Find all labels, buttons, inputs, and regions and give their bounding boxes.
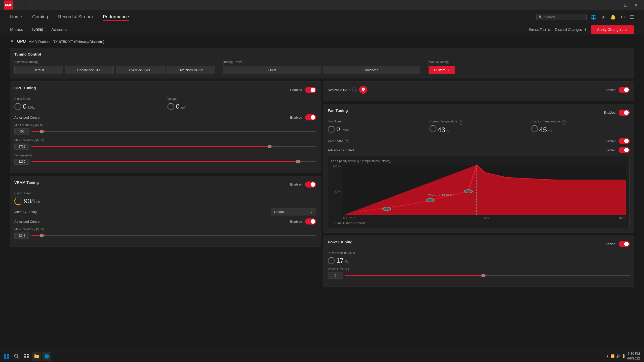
- fan-speed-unit: RPM: [341, 128, 349, 132]
- preset-underclock-gpu[interactable]: Underclock GPU: [65, 66, 114, 74]
- gpu-tuning-toggle[interactable]: [305, 87, 316, 93]
- checkmark-icon: ✓: [625, 27, 628, 32]
- edge-button[interactable]: [42, 352, 51, 361]
- system-tray: ▲: [606, 354, 609, 358]
- zero-rpm-row: Zero RPM ? Enabled: [328, 138, 630, 144]
- fine-tuning-row[interactable]: ⌄ Fine Tuning Controls: [331, 221, 626, 225]
- preset-overclock-gpu[interactable]: Overclock GPU: [116, 66, 165, 74]
- gpu-voltage-mv-row: Voltage (mV) 1200: [14, 154, 316, 165]
- gpu-voltage-value: 0: [176, 103, 179, 110]
- back-button[interactable]: ←: [16, 2, 23, 8]
- junction-temp-value: 45: [539, 126, 547, 134]
- gpu-advanced-toggle-knob: [311, 115, 315, 120]
- svg-rect-9: [4, 354, 6, 356]
- minimize-button[interactable]: −: [612, 2, 619, 8]
- nav-record-stream[interactable]: Record & Stream: [58, 13, 93, 21]
- gpu-advanced-toggle[interactable]: [305, 114, 316, 120]
- vram-max-freq-track[interactable]: [31, 235, 316, 236]
- search-input[interactable]: [544, 15, 584, 19]
- vram-advanced-toggle[interactable]: [305, 218, 316, 224]
- automatic-tuning-label: Automatic Tuning: [14, 60, 215, 64]
- forward-button[interactable]: →: [26, 2, 33, 8]
- junction-temp-section: Junction Temperature ? 45 °C: [531, 120, 630, 134]
- gpu-min-freq-thumb[interactable]: [40, 130, 44, 133]
- grid-icon[interactable]: ☷: [630, 14, 634, 20]
- preset-balanced[interactable]: Balanced: [323, 66, 420, 74]
- current-temp-dial: [429, 125, 436, 132]
- search-taskbar-button[interactable]: [12, 352, 21, 361]
- globe-icon[interactable]: 🌐: [591, 14, 596, 20]
- fan-chart-svg-area[interactable]: Zero RPM: [343, 165, 626, 215]
- power-limit-label: Power Limit (%): [328, 267, 630, 271]
- fan-tuning-toggle[interactable]: [619, 110, 630, 116]
- gpu-label: GPU: [17, 39, 26, 44]
- nav-performance[interactable]: Performance: [103, 13, 129, 21]
- power-consumption-unit: W: [345, 260, 348, 263]
- gpu-max-freq-track[interactable]: [31, 146, 316, 147]
- vram-memory-timing-dropdown[interactable]: Default ⌄: [271, 208, 316, 215]
- resizable-bar-info-icon[interactable]: ?: [352, 87, 357, 92]
- search-box[interactable]: 🔍: [536, 14, 587, 20]
- taskbar-time[interactable]: 5:30 PM 6/8/2022: [627, 351, 640, 360]
- nav-home[interactable]: Home: [10, 13, 22, 21]
- preset-quiet[interactable]: Quiet: [224, 66, 321, 74]
- apply-button[interactable]: Apply Changes ✓: [591, 25, 634, 34]
- current-temp-label: Current Temperature: [429, 120, 457, 123]
- gpu-tuning-title: GPU Tuning: [14, 86, 36, 90]
- zero-rpm-toggle[interactable]: [619, 138, 630, 144]
- restore-button[interactable]: ◻: [621, 2, 630, 8]
- gpu-voltage-mv-track[interactable]: [31, 161, 316, 162]
- close-button[interactable]: ✕: [632, 2, 640, 8]
- gpu-voltage-mv-thumb[interactable]: [296, 160, 300, 163]
- gpu-tuning-header-row: GPU Tuning Enabled: [14, 86, 316, 94]
- sub-nav-advisors[interactable]: Advisors: [51, 26, 67, 33]
- gpu-max-freq-value: 2709: [14, 144, 29, 150]
- sub-nav-tuning[interactable]: Tuning: [31, 26, 43, 33]
- power-limit-thumb[interactable]: [481, 274, 485, 277]
- bell-icon[interactable]: 🔔: [610, 14, 616, 20]
- fan-toggle-knob: [624, 110, 629, 115]
- junction-temp-info-icon[interactable]: ?: [561, 120, 566, 125]
- gpu-min-freq-track[interactable]: [31, 131, 316, 132]
- file-explorer-button[interactable]: [32, 352, 41, 361]
- sub-nav-metrics[interactable]: Metrics: [10, 26, 23, 33]
- star-icon[interactable]: ★: [601, 14, 605, 20]
- right-column: Resizable BAR ? Enabled: [324, 81, 634, 290]
- title-bar-left: AMD ← →: [4, 1, 33, 10]
- start-button[interactable]: [2, 352, 11, 361]
- stress-test-button[interactable]: Stress Test ⚙: [529, 28, 551, 32]
- fan-tuning-header-row: Fan Tuning Enabled: [328, 108, 630, 117]
- settings-icon[interactable]: ⚙: [621, 14, 625, 20]
- preset-overclock-vram[interactable]: Overclock VRAM: [167, 66, 215, 74]
- taskbar: ▲ 📶 🔊 🔋 5:30 PM 6/8/2022: [0, 350, 644, 362]
- chart-x-axis: 0 %, 25°C 62°C 100°C: [343, 217, 626, 220]
- power-tuning-toggle[interactable]: [619, 241, 630, 247]
- fan-advanced-toggle[interactable]: [619, 147, 630, 153]
- task-view-button[interactable]: [22, 352, 31, 361]
- preset-custom[interactable]: Custom ✓: [429, 66, 455, 74]
- taskbar-left: [0, 352, 51, 361]
- vram-max-freq-thumb[interactable]: [40, 234, 44, 237]
- vram-tuning-toggle[interactable]: [305, 182, 316, 188]
- resizable-bar-panel: Resizable BAR ? Enabled: [324, 81, 634, 101]
- junction-temp-header: Junction Temperature ?: [531, 120, 630, 125]
- power-limit-fill: [345, 275, 487, 276]
- gpu-collapse-icon[interactable]: ▼: [10, 39, 14, 44]
- power-limit-slider-container: 0: [328, 273, 630, 279]
- resizable-bar-toggle[interactable]: [619, 87, 630, 93]
- power-limit-row: Power Limit (%) 0: [328, 267, 630, 279]
- preset-default[interactable]: Default: [14, 66, 63, 74]
- svg-rect-16: [27, 354, 29, 355]
- vram-clock-dial-row: 908 MHz: [14, 197, 316, 205]
- zero-rpm-info-icon[interactable]: ?: [345, 139, 349, 143]
- nav-gaming[interactable]: Gaming: [32, 13, 48, 21]
- power-tuning-panel: Power Tuning Enabled Power Consumption 1…: [324, 236, 634, 287]
- discard-button[interactable]: Discard Changes 🗑: [555, 28, 587, 32]
- gpu-max-freq-thumb[interactable]: [268, 145, 271, 148]
- junction-temp-dial: [531, 125, 538, 132]
- power-limit-track[interactable]: [345, 275, 630, 276]
- zero-rpm-toggle-knob: [624, 139, 629, 143]
- current-temp-info-icon[interactable]: ?: [459, 120, 463, 125]
- svg-rect-11: [4, 356, 6, 359]
- gpu-clock-dial-row: 0 MHz: [14, 103, 163, 110]
